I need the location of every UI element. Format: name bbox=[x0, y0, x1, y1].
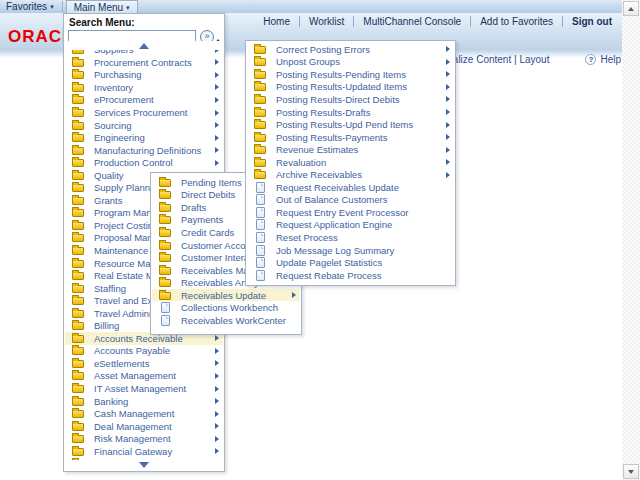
menu-item-label: Request Rebate Process bbox=[276, 270, 382, 281]
menu-item[interactable]: Request Application Engine bbox=[247, 219, 454, 232]
main-menu-tab[interactable]: Main Menu ▾ bbox=[66, 0, 138, 13]
menu-scroll-up[interactable] bbox=[65, 41, 223, 50]
folder-icon bbox=[72, 122, 84, 130]
menu-item[interactable]: Inventory bbox=[65, 81, 223, 94]
menu-item[interactable]: Request Entry Event Processor bbox=[247, 206, 454, 219]
search-menu-label: Search Menu: bbox=[69, 17, 135, 28]
link-divider bbox=[470, 16, 471, 27]
link-add-to-favorites[interactable]: Add to Favorites bbox=[480, 16, 553, 27]
menu-item[interactable]: Engineering bbox=[65, 131, 223, 144]
menu-item-label: Manufacturing Definitions bbox=[94, 145, 201, 156]
link-multichannel-console[interactable]: MultiChannel Console bbox=[363, 16, 461, 27]
folder-icon bbox=[159, 279, 171, 287]
link-layout[interactable]: Layout bbox=[519, 54, 549, 65]
menu-item[interactable]: Reset Process bbox=[247, 231, 454, 244]
menu-item[interactable]: Correct Posting Errors bbox=[247, 43, 454, 56]
menu-item[interactable]: Revenue Estimates bbox=[247, 143, 454, 156]
menu-item-label: Posting Results-Drafts bbox=[276, 107, 371, 118]
link-divider bbox=[562, 16, 563, 27]
menu-item-label: Drafts bbox=[181, 202, 206, 213]
submenu-arrow-icon bbox=[446, 109, 450, 115]
menu-item[interactable]: Job Message Log Summary bbox=[247, 244, 454, 257]
folder-icon bbox=[254, 159, 266, 167]
menu-item[interactable]: eSettlements bbox=[65, 357, 223, 370]
folder-icon bbox=[72, 59, 84, 67]
menu-item-label: Billing bbox=[94, 320, 119, 331]
link-home[interactable]: Home bbox=[263, 16, 290, 27]
menu-item[interactable]: Manufacturing Definitions bbox=[65, 144, 223, 157]
menu-item-label: Direct Debits bbox=[181, 189, 235, 200]
submenu-arrow-icon bbox=[215, 84, 219, 90]
folder-icon bbox=[159, 216, 171, 224]
menu-item[interactable]: Procurement Contracts bbox=[65, 56, 223, 69]
menu-item[interactable]: Risk Management bbox=[65, 432, 223, 445]
menu-item-label: Accounts Payable bbox=[94, 345, 170, 356]
menu-item[interactable]: Out of Balance Customers bbox=[247, 194, 454, 207]
folder-icon bbox=[72, 335, 84, 343]
folder-icon bbox=[254, 71, 266, 79]
menu-item[interactable]: Revaluation bbox=[247, 156, 454, 169]
menu-item-label: Production Control bbox=[94, 157, 173, 168]
folder-icon bbox=[159, 292, 171, 300]
menu-item-label: Procurement Contracts bbox=[94, 57, 192, 68]
submenu-arrow-icon bbox=[215, 411, 219, 417]
submenu-arrow-icon bbox=[446, 84, 450, 90]
menu-item[interactable]: Posting Results-Pending Items bbox=[247, 68, 454, 81]
menu-item-label: Posting Results-Updated Items bbox=[276, 81, 407, 92]
folder-icon bbox=[72, 172, 84, 180]
menu-item[interactable]: Production Control bbox=[65, 156, 223, 169]
help-link[interactable]: ? Help bbox=[585, 54, 621, 65]
submenu-arrow-icon bbox=[215, 436, 219, 442]
menu-item-label: Risk Management bbox=[94, 433, 171, 444]
folder-icon bbox=[159, 179, 171, 187]
menu-item-label: Job Message Log Summary bbox=[276, 245, 394, 256]
menu-item[interactable]: Posting Results-Drafts bbox=[247, 106, 454, 119]
menu-item[interactable]: Sourcing bbox=[65, 119, 223, 132]
menu-item-label: Cash Management bbox=[94, 408, 174, 419]
menu-item[interactable]: Posting Results-Payments bbox=[247, 131, 454, 144]
link-worklist[interactable]: Worklist bbox=[309, 16, 344, 27]
menu-item[interactable]: Services Procurement bbox=[65, 106, 223, 119]
menu-item-label: Deal Management bbox=[94, 421, 172, 432]
submenu-arrow-icon bbox=[215, 386, 219, 392]
menu-item-label: Engineering bbox=[94, 132, 145, 143]
submenu-arrow-icon bbox=[215, 160, 219, 166]
menu-item-label: Asset Management bbox=[94, 370, 176, 381]
menu-item-label: Request Receivables Update bbox=[276, 182, 399, 193]
submenu-arrow-icon bbox=[446, 71, 450, 77]
menu-item[interactable]: Update Pagelet Statistics bbox=[247, 256, 454, 269]
menu-item[interactable]: Financial Gateway bbox=[65, 445, 223, 458]
scrollbar-down-button[interactable] bbox=[623, 464, 639, 479]
menu-item-label: eSettlements bbox=[94, 358, 149, 369]
menu-item[interactable]: Posting Results-Updated Items bbox=[247, 81, 454, 94]
menu-item[interactable]: Receivables WorkCenter bbox=[152, 314, 300, 327]
menu-item[interactable]: IT Asset Management bbox=[65, 382, 223, 395]
favorites-menu[interactable]: Favorites ▾ bbox=[0, 0, 62, 13]
menu-item[interactable]: Archive Receivables bbox=[247, 168, 454, 181]
menu-item-label: Posting Results-Pending Items bbox=[276, 69, 406, 80]
menu-item[interactable]: Deal Management bbox=[65, 420, 223, 433]
submenu-arrow-icon bbox=[446, 134, 450, 140]
menu-item[interactable]: Receivables Update bbox=[152, 289, 300, 302]
menu-item[interactable]: Posting Results-Direct Debits bbox=[247, 93, 454, 106]
menu-item-label: Inventory bbox=[94, 82, 133, 93]
menu-item[interactable]: Request Rebate Process bbox=[247, 269, 454, 282]
menu-item[interactable]: eProcurement bbox=[65, 94, 223, 107]
menu-item[interactable]: Cash Management bbox=[65, 407, 223, 420]
menu-item[interactable]: Banking bbox=[65, 395, 223, 408]
menu-item[interactable]: Accounts Payable bbox=[65, 345, 223, 358]
menu-item[interactable]: Request Receivables Update bbox=[247, 181, 454, 194]
vertical-scrollbar[interactable] bbox=[622, 0, 640, 480]
folder-icon bbox=[72, 109, 84, 117]
menu-item[interactable]: Posting Results-Upd Pend Items bbox=[247, 118, 454, 131]
link-sign-out[interactable]: Sign out bbox=[572, 16, 612, 27]
menu-scroll-down[interactable] bbox=[65, 460, 223, 469]
menu-item-label: Reset Process bbox=[276, 232, 338, 243]
scrollbar-up-button[interactable] bbox=[623, 1, 639, 16]
menu-item-label: Project Costing bbox=[94, 220, 158, 231]
menu-item[interactable]: Asset Management bbox=[65, 370, 223, 383]
menu-item[interactable]: Purchasing bbox=[65, 69, 223, 82]
folder-icon bbox=[254, 46, 266, 54]
menu-item[interactable]: Unpost Groups bbox=[247, 56, 454, 69]
menu-item[interactable]: Collections Workbench bbox=[152, 301, 300, 314]
